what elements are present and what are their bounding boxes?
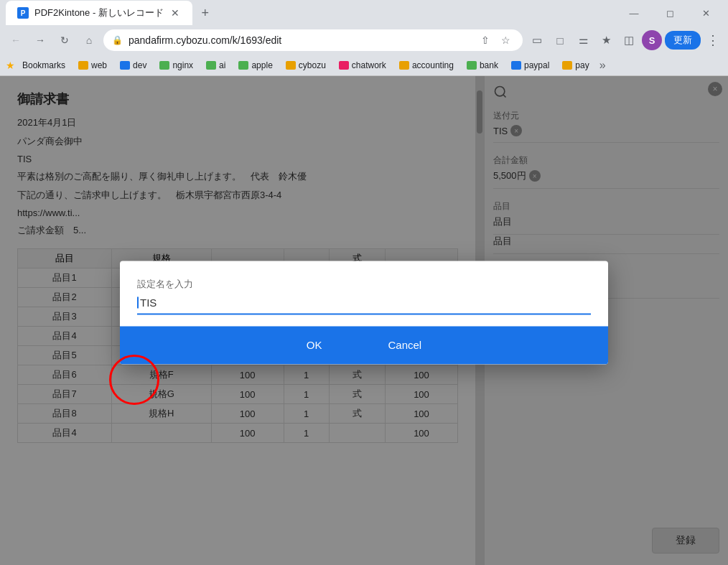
bookmark-accounting-icon [399,61,409,70]
bookmark-pay-icon [562,61,572,70]
bookmark-bank-label: bank [480,60,498,70]
bookmark-ai[interactable]: ai [200,57,231,73]
bookmark-web-label: web [91,60,107,70]
modal-hint: 設定名を入力 [137,278,591,291]
bookmark-bank[interactable]: bank [461,57,504,73]
bookmarks-more-button[interactable]: » [597,56,609,75]
bookmark-accounting[interactable]: accounting [393,57,459,73]
extensions-icon[interactable]: ⚌ [573,30,593,50]
bookmark-star-icon[interactable]: ★ [596,30,616,50]
new-tab-button[interactable]: + [195,3,215,23]
profile-button[interactable]: S [642,30,662,50]
bookmark-cybozu[interactable]: cybozu [280,57,332,73]
bookmark-paypal-label: paypal [524,60,549,70]
bookmark-cybozu-label: cybozu [299,60,326,70]
bookmark-bank-icon [467,61,477,70]
screenshot-icon[interactable]: □ [550,30,570,50]
lock-icon: 🔒 [112,35,123,45]
tab-close-button[interactable]: ✕ [169,7,181,19]
page-content: 御請求書 2021年4月1日 パンダ商会御中 TIS 平素は格別のご高配を賜り、… [0,76,728,565]
share-icon[interactable]: ⇧ [477,32,494,49]
menu-button[interactable]: ⋮ [704,32,722,48]
bookmark-paypal[interactable]: paypal [505,57,555,73]
bookmark-web-icon [78,61,88,70]
url-actions: ⇧ ☆ [477,32,514,49]
bookmark-chatwork-icon [339,61,349,70]
modal-ok-button[interactable]: OK [295,336,334,354]
bookmark-chatwork-label: chatwork [352,60,386,70]
bookmark-paypal-icon [511,61,521,70]
bookmark-bookmarks[interactable]: Bookmarks [17,57,71,73]
bookmark-nginx[interactable]: nginx [154,57,199,73]
address-bar: ← → ↻ ⌂ 🔒 pandafirm.cybozu.com/k/1693/ed… [0,26,728,55]
bookmark-pay[interactable]: pay [556,57,594,73]
home-button[interactable]: ⌂ [79,30,99,50]
bookmark-dev-icon [120,61,130,70]
star-icon[interactable]: ☆ [497,32,514,49]
title-bar: P PDF2Kintone - 新しいレコード ✕ + — ◻ ✕ [0,0,728,26]
tab-area: P PDF2Kintone - 新しいレコード ✕ + [6,1,215,25]
update-button[interactable]: 更新 [665,31,701,50]
sidebar-icon[interactable]: ◫ [619,30,639,50]
bookmark-chatwork[interactable]: chatwork [333,57,392,73]
bookmarks-star-icon: ★ [6,60,15,71]
minimize-button[interactable]: — [617,0,650,26]
tab-icon: P [17,7,29,19]
bookmark-ai-icon [206,61,216,70]
bookmark-accounting-label: accounting [412,60,454,70]
tab-title: PDF2Kintone - 新しいレコード [34,6,164,19]
bookmark-apple-label: apple [251,60,272,70]
window-controls: — ◻ ✕ [617,0,722,26]
modal-cancel-button[interactable]: Cancel [376,336,433,354]
modal-input-value: TIS [140,296,157,309]
reload-button[interactable]: ↻ [55,30,75,50]
bookmarks-bar: ★ Bookmarks web dev nginx ai apple cyboz… [0,55,728,76]
bookmark-pay-label: pay [575,60,589,70]
url-text: pandafirm.cybozu.com/k/1693/edit [129,34,471,46]
bookmark-nginx-icon [159,61,169,70]
url-bar[interactable]: 🔒 pandafirm.cybozu.com/k/1693/edit ⇧ ☆ [103,29,523,51]
forward-button[interactable]: → [30,30,50,50]
modal-dialog: 設定名を入力 TIS OK Cancel [120,261,608,364]
cast-icon[interactable]: ▭ [527,30,547,50]
restore-button[interactable]: ◻ [653,0,686,26]
bookmark-apple[interactable]: apple [233,57,278,73]
bookmark-web[interactable]: web [73,57,113,73]
bookmark-cybozu-icon [286,61,296,70]
bookmark-apple-icon [238,61,248,70]
back-button[interactable]: ← [6,30,26,50]
bookmark-nginx-label: nginx [172,60,193,70]
modal-footer: OK Cancel [120,326,608,364]
bookmark-ai-label: ai [219,60,225,70]
modal-body: 設定名を入力 TIS [120,261,608,314]
close-button[interactable]: ✕ [689,0,722,26]
bookmark-dev[interactable]: dev [114,57,152,73]
active-tab[interactable]: P PDF2Kintone - 新しいレコード ✕ [6,1,192,25]
right-toolbar: ▭ □ ⚌ ★ ◫ S 更新 ⋮ [527,30,722,50]
modal-input-container: TIS [137,296,591,314]
bookmark-dev-label: dev [133,60,146,70]
bookmark-bookmarks-label: Bookmarks [22,60,65,70]
